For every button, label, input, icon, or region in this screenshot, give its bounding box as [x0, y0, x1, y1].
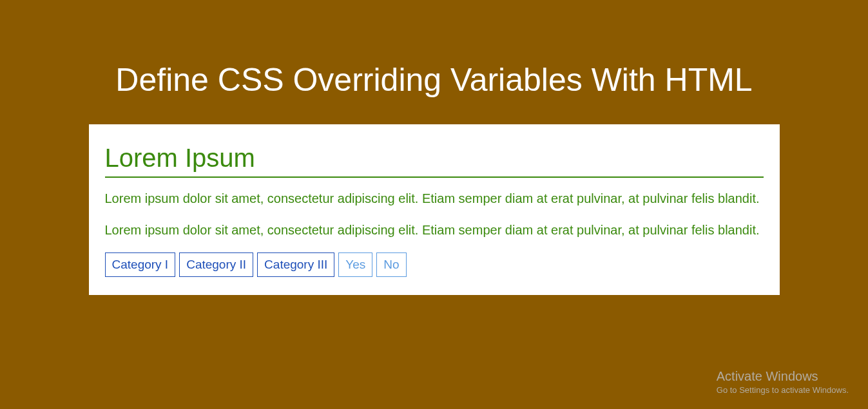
- category-2-button[interactable]: Category II: [179, 252, 253, 277]
- content-heading: Lorem Ipsum: [105, 144, 764, 178]
- watermark-subtitle: Go to Settings to activate Windows.: [717, 385, 849, 395]
- no-button[interactable]: No: [376, 252, 406, 277]
- paragraph-2: Lorem ipsum dolor sit amet, consectetur …: [105, 221, 764, 240]
- yes-button[interactable]: Yes: [338, 252, 372, 277]
- windows-activation-watermark: Activate Windows Go to Settings to activ…: [717, 369, 849, 395]
- watermark-title: Activate Windows: [717, 369, 849, 384]
- page-title: Define CSS Overriding Variables With HTM…: [0, 0, 868, 124]
- content-card: Lorem Ipsum Lorem ipsum dolor sit amet, …: [89, 124, 780, 295]
- button-row: Category I Category II Category III Yes …: [105, 252, 764, 277]
- category-3-button[interactable]: Category III: [257, 252, 334, 277]
- category-1-button[interactable]: Category I: [105, 252, 176, 277]
- paragraph-1: Lorem ipsum dolor sit amet, consectetur …: [105, 189, 764, 208]
